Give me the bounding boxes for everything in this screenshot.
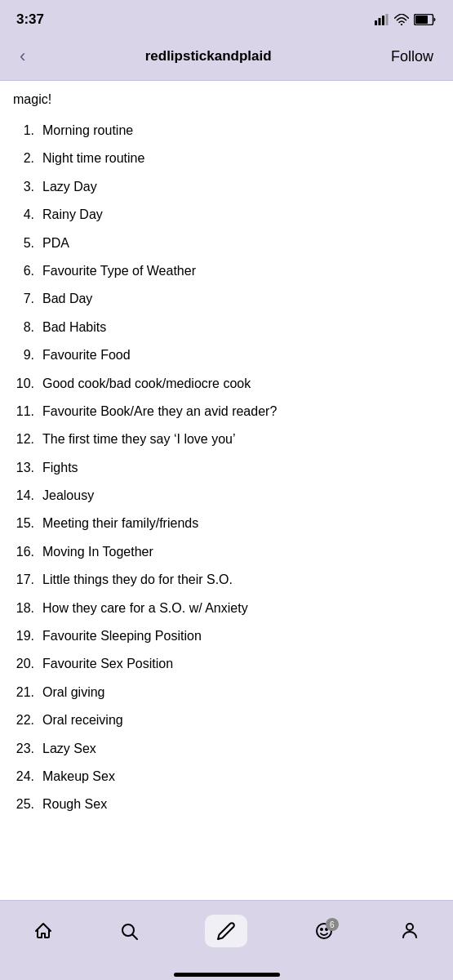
- list-number: 3.: [13, 178, 42, 196]
- tab-compose[interactable]: [205, 915, 247, 947]
- list-item: 24.Makeup Sex: [13, 763, 440, 791]
- list-number: 19.: [13, 627, 42, 645]
- list-number: 16.: [13, 543, 42, 561]
- list-item: 12.The first time they say ‘I love you’: [13, 425, 440, 453]
- list-number: 24.: [13, 768, 42, 786]
- list-number: 18.: [13, 599, 42, 617]
- svg-point-12: [406, 924, 413, 930]
- signal-icon: [375, 14, 389, 25]
- list-item: 22.Oral receiving: [13, 706, 440, 734]
- notification-badge: 6: [326, 918, 339, 931]
- list-text: Bad Day: [42, 290, 440, 308]
- list-item: 23.Lazy Sex: [13, 735, 440, 763]
- list-text: Lazy Sex: [42, 740, 440, 758]
- svg-rect-0: [375, 20, 377, 25]
- list-number: 22.: [13, 711, 42, 729]
- svg-point-4: [401, 24, 402, 25]
- status-time: 3:37: [16, 11, 44, 28]
- list-text: Lazy Day: [42, 178, 440, 196]
- svg-rect-6: [415, 16, 428, 24]
- status-bar: 3:37: [0, 0, 453, 36]
- list-text: Favourite Food: [42, 346, 440, 364]
- list-number: 1.: [13, 122, 42, 140]
- list-item: 3.Lazy Day: [13, 173, 440, 201]
- list-item: 16.Moving In Together: [13, 538, 440, 566]
- svg-line-8: [133, 935, 138, 940]
- tab-home[interactable]: [33, 921, 53, 941]
- pencil-icon: [216, 921, 236, 941]
- list-text: Jealousy: [42, 487, 440, 505]
- tab-profile[interactable]: [400, 921, 420, 941]
- home-indicator: [174, 973, 280, 977]
- bottom-area: 6: [0, 900, 453, 980]
- list-number: 14.: [13, 487, 42, 505]
- list-text: Rough Sex: [42, 795, 440, 813]
- list-item: 8.Bad Habits: [13, 314, 440, 341]
- list-number: 20.: [13, 655, 42, 673]
- list-text: Favourite Sex Position: [42, 655, 440, 673]
- list-item: 11.Favourite Book/Are they an avid reade…: [13, 398, 440, 425]
- list-item: 20.Favourite Sex Position: [13, 650, 440, 678]
- list-item: 13.Fights: [13, 454, 440, 482]
- content-area: magic! 1.Morning routine2.Night time rou…: [0, 81, 453, 900]
- svg-rect-2: [382, 16, 384, 25]
- follow-button[interactable]: Follow: [384, 45, 440, 69]
- list-number: 8.: [13, 318, 42, 336]
- list-text: Morning routine: [42, 122, 440, 140]
- list-text: Oral giving: [42, 684, 440, 702]
- list-number: 23.: [13, 740, 42, 758]
- list-text: Rainy Day: [42, 206, 440, 224]
- svg-point-10: [321, 929, 322, 930]
- list-text: Favourite Type of Weather: [42, 262, 440, 280]
- list-number: 17.: [13, 571, 42, 589]
- battery-icon: [414, 14, 437, 25]
- list-number: 9.: [13, 346, 42, 364]
- list-item: 9.Favourite Food: [13, 341, 440, 369]
- list-number: 10.: [13, 375, 42, 393]
- person-icon: [400, 921, 420, 941]
- numbered-list: 1.Morning routine2.Night time routine3.L…: [13, 117, 440, 819]
- status-icons: [375, 14, 437, 25]
- home-icon: [33, 921, 53, 941]
- list-text: How they care for a S.O. w/ Anxiety: [42, 599, 440, 617]
- list-item: 5.PDA: [13, 229, 440, 257]
- svg-rect-3: [386, 14, 389, 25]
- list-item: 4.Rainy Day: [13, 201, 440, 229]
- list-item: 19.Favourite Sleeping Position: [13, 622, 440, 650]
- list-number: 12.: [13, 430, 42, 448]
- list-item: 7.Bad Day: [13, 285, 440, 313]
- list-number: 4.: [13, 206, 42, 224]
- list-number: 5.: [13, 234, 42, 252]
- list-text: Favourite Book/Are they an avid reader?: [42, 403, 440, 421]
- list-number: 15.: [13, 514, 42, 532]
- nav-bar: ‹ redlipstickandplaid Follow: [0, 36, 453, 81]
- list-item: 25.Rough Sex: [13, 791, 440, 818]
- tab-bar: 6: [0, 900, 453, 969]
- list-text: PDA: [42, 234, 440, 252]
- list-number: 7.: [13, 290, 42, 308]
- list-number: 13.: [13, 459, 42, 477]
- list-text: Fights: [42, 459, 440, 477]
- list-text: The first time they say ‘I love you’: [42, 430, 440, 448]
- list-item: 10.Good cook/bad cook/mediocre cook: [13, 370, 440, 398]
- back-button[interactable]: ‹: [13, 42, 32, 70]
- list-number: 11.: [13, 403, 42, 421]
- list-item: 15.Meeting their family/friends: [13, 510, 440, 537]
- list-item: 14.Jealousy: [13, 482, 440, 510]
- wifi-icon: [394, 14, 409, 25]
- search-icon: [119, 921, 139, 941]
- list-text: Bad Habits: [42, 318, 440, 336]
- list-item: 21.Oral giving: [13, 679, 440, 706]
- list-text: Favourite Sleeping Position: [42, 627, 440, 645]
- nav-title: redlipstickandplaid: [145, 48, 272, 65]
- tab-notifications[interactable]: 6: [314, 921, 334, 941]
- list-item: 1.Morning routine: [13, 117, 440, 145]
- list-text: Good cook/bad cook/mediocre cook: [42, 375, 440, 393]
- list-item: 18.How they care for a S.O. w/ Anxiety: [13, 595, 440, 622]
- list-text: Makeup Sex: [42, 768, 440, 786]
- list-text: Meeting their family/friends: [42, 514, 440, 532]
- list-number: 21.: [13, 684, 42, 702]
- tab-search[interactable]: [119, 921, 139, 941]
- list-number: 6.: [13, 262, 42, 280]
- list-item: 2.Night time routine: [13, 145, 440, 172]
